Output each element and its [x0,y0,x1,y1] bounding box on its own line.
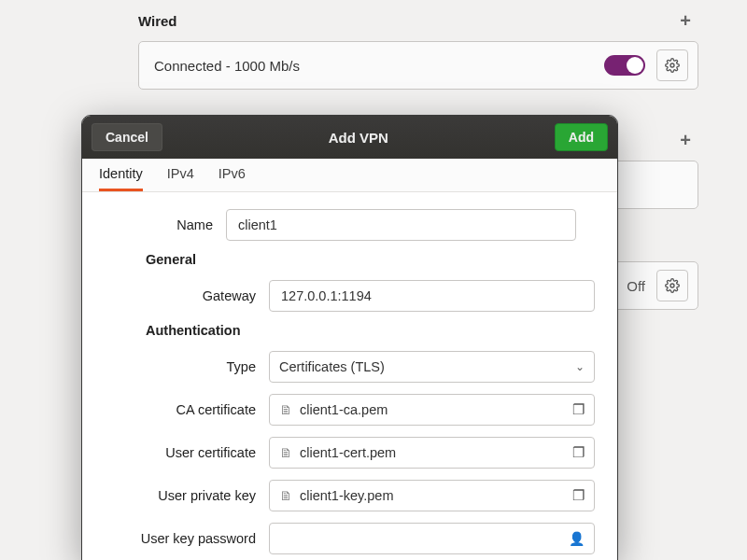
dialog-title: Add VPN [162,130,555,146]
add-button[interactable]: Add [555,123,608,151]
gear-icon [665,58,680,73]
name-label: Name [161,217,226,232]
wired-connection-row: Connected - 1000 Mb/s [138,41,698,90]
gear-icon [665,278,680,293]
type-value: Certificates (TLS) [279,359,385,374]
add-wired-icon[interactable]: + [672,10,698,32]
ca-cert-chooser[interactable]: 🗎 client1-ca.pem ❐ [269,394,595,426]
wired-toggle[interactable] [604,55,645,76]
type-select[interactable]: Certificates (TLS) ⌄ [269,351,595,383]
file-icon: 🗎 [279,445,292,460]
user-icon: 👤 [569,531,585,546]
tab-ipv4[interactable]: IPv4 [167,166,194,191]
add-vpn-dialog: Cancel Add VPN Add Identity IPv4 IPv6 Na… [81,115,618,560]
proxy-status: Off [627,278,645,294]
cancel-button[interactable]: Cancel [92,123,162,151]
browse-icon[interactable]: ❐ [568,445,585,460]
file-icon: 🗎 [279,402,292,417]
tab-identity[interactable]: Identity [99,166,143,191]
user-cert-label: User certificate [105,445,269,460]
type-label: Type [105,359,269,374]
proxy-settings-button[interactable] [656,270,688,301]
general-heading: General [146,252,595,267]
gateway-label: Gateway [105,288,269,303]
user-cert-chooser[interactable]: 🗎 client1-cert.pem ❐ [269,437,595,469]
chevron-down-icon: ⌄ [575,360,585,373]
ca-cert-value: client1-ca.pem [300,402,568,417]
browse-icon[interactable]: ❐ [568,402,585,417]
svg-point-1 [670,284,674,287]
gateway-input-field[interactable] [279,287,585,304]
auth-heading: Authentication [146,323,595,338]
svg-point-0 [670,63,674,67]
wired-status: Connected - 1000 Mb/s [148,58,604,74]
user-key-label: User private key [105,488,269,503]
user-key-pw-field[interactable] [279,530,569,547]
browse-icon[interactable]: ❐ [568,488,585,503]
wired-title: Wired [138,13,177,29]
wired-header: Wired + [138,4,698,37]
wired-settings-button[interactable] [656,49,688,81]
name-input-field[interactable] [236,217,566,233]
user-key-value: client1-key.pem [300,488,568,503]
add-vpn-icon[interactable]: + [672,130,698,151]
user-key-pw-input[interactable]: 👤 [269,523,595,554]
tab-ipv6[interactable]: IPv6 [218,166,246,191]
file-icon: 🗎 [279,488,292,503]
user-key-chooser[interactable]: 🗎 client1-key.pem ❐ [269,480,595,511]
name-input[interactable] [226,209,576,241]
dialog-header: Cancel Add VPN Add [82,116,617,159]
dialog-tabs: Identity IPv4 IPv6 [82,159,617,192]
user-key-pw-label: User key password [105,531,269,546]
gateway-input[interactable] [269,280,595,312]
user-cert-value: client1-cert.pem [300,445,568,460]
ca-cert-label: CA certificate [105,402,269,417]
identity-form: Name General Gateway Authentication Type… [82,192,617,560]
